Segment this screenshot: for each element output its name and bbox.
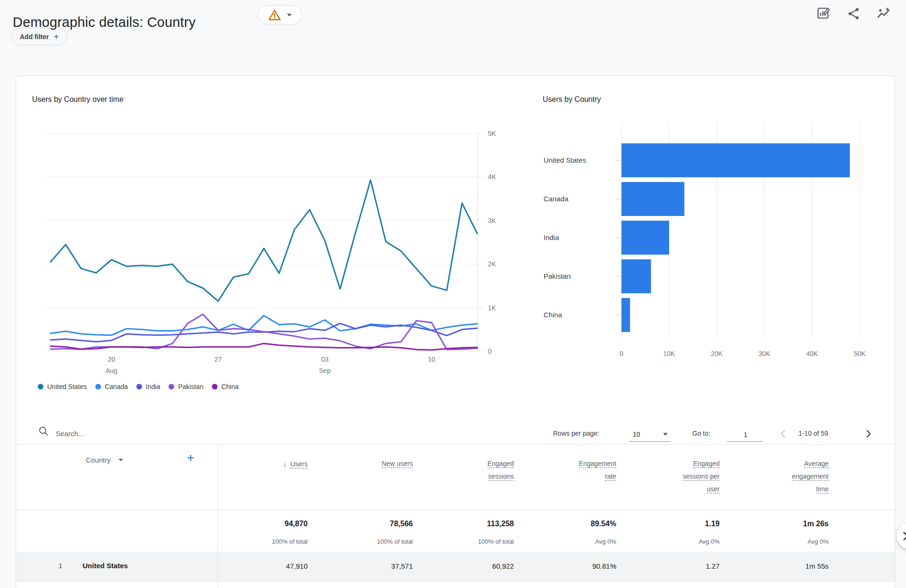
x-axis-tick: 20 bbox=[108, 356, 115, 363]
row-cell-value: 90.81% bbox=[517, 562, 616, 570]
column-header-engagement-rate[interactable]: Engagementrate bbox=[517, 457, 616, 483]
column-header-text: rate bbox=[605, 472, 616, 481]
x-axis-tick: 03 bbox=[321, 356, 329, 363]
legend-label: United States bbox=[47, 383, 87, 390]
pagination-range: 1-10 of 59 bbox=[798, 430, 828, 437]
bar-china[interactable] bbox=[621, 298, 630, 332]
y-axis-tick: 2K bbox=[488, 260, 496, 268]
totals-value: 78,566 bbox=[314, 520, 413, 528]
column-header-users[interactable]: ↓Users bbox=[209, 457, 308, 471]
legend-dot bbox=[212, 384, 218, 389]
rows-per-page-value: 10 bbox=[633, 431, 640, 438]
column-header-average-engagement-time[interactable]: Averageengagementtime bbox=[730, 457, 829, 496]
users-by-country-bar-chart[interactable]: 010K20K30K40K50KUnited StatesCanadaIndia… bbox=[538, 118, 887, 382]
goto-page-field bbox=[727, 427, 763, 442]
bar-canada[interactable] bbox=[621, 182, 684, 216]
column-header-text: sessions bbox=[488, 472, 514, 481]
y-axis-tick: 4K bbox=[488, 173, 496, 181]
legend-item-china: China bbox=[212, 383, 239, 390]
legend-item-pakistan: Pakistan bbox=[168, 383, 203, 390]
y-axis-tick: 3K bbox=[488, 217, 496, 224]
column-header-text: time bbox=[816, 485, 829, 494]
row-cell-value: 1.27 bbox=[621, 562, 720, 570]
totals-subtext: Avg 0% bbox=[517, 538, 616, 545]
column-header-text: sessions per bbox=[682, 472, 720, 481]
legend-item-india: India bbox=[136, 383, 160, 390]
search-input[interactable] bbox=[55, 424, 226, 442]
column-header-engaged-sessions[interactable]: Engagedsessions bbox=[415, 457, 514, 483]
line-series-pakistan bbox=[50, 315, 477, 350]
y-axis-tick: 1K bbox=[488, 304, 496, 312]
scroll-right-button[interactable] bbox=[897, 523, 906, 549]
x-axis-tick: 27 bbox=[215, 356, 222, 363]
row-cell-value: 37,571 bbox=[314, 562, 413, 570]
goto-page-input[interactable] bbox=[727, 427, 764, 442]
bar-category-label: India bbox=[544, 233, 559, 241]
column-header-text: Engagement bbox=[579, 460, 616, 468]
line-series-united-states bbox=[50, 180, 477, 301]
column-header-new-users[interactable]: New users bbox=[314, 457, 413, 470]
bar-category-label: China bbox=[544, 311, 562, 319]
add-filter-button[interactable]: Add filter + bbox=[12, 28, 67, 45]
legend-dot bbox=[95, 384, 101, 389]
y-axis-tick: 0 bbox=[488, 348, 492, 355]
bar-x-axis-tick: 40K bbox=[806, 350, 819, 357]
users-over-time-line-chart[interactable]: 5K4K3K2K1K020Aug2703Sep10 bbox=[28, 118, 500, 382]
bar-x-axis-tick: 10K bbox=[663, 350, 676, 357]
column-header-text: Engaged bbox=[487, 460, 514, 468]
rows-per-page-select[interactable]: 10 bbox=[629, 427, 671, 442]
plus-icon: + bbox=[53, 32, 59, 41]
bar-x-axis-tick: 0 bbox=[620, 350, 623, 357]
row-dimension-value: United States bbox=[83, 562, 128, 570]
dimension-header-country[interactable]: Country bbox=[86, 456, 123, 464]
add-filter-label: Add filter bbox=[20, 33, 49, 41]
goto-page-label: Go to: bbox=[692, 430, 710, 437]
totals-value: 1.19 bbox=[621, 520, 720, 528]
legend-label: China bbox=[221, 383, 239, 390]
previous-page-icon[interactable] bbox=[778, 428, 789, 439]
bar-india[interactable] bbox=[621, 221, 669, 255]
column-header-text: Users bbox=[290, 460, 308, 469]
next-page-icon[interactable] bbox=[863, 428, 874, 439]
row-cell-value: 60,922 bbox=[415, 562, 514, 570]
row-cell-value: 47,910 bbox=[209, 562, 308, 570]
x-axis-tick: 10 bbox=[428, 356, 436, 363]
bar-x-axis-tick: 20K bbox=[711, 350, 723, 357]
x-axis-tick-month: Sep bbox=[319, 367, 331, 374]
column-header-text: user bbox=[707, 485, 720, 494]
totals-value: 89.54% bbox=[517, 520, 616, 528]
row-cell-value: 1m 55s bbox=[730, 562, 829, 570]
sort-descending-icon: ↓ bbox=[283, 460, 287, 468]
bar-category-label: Canada bbox=[544, 195, 569, 203]
report-toolbar bbox=[815, 6, 892, 22]
bar-x-axis-tick: 50K bbox=[854, 350, 866, 357]
add-column-button[interactable]: + bbox=[187, 452, 194, 464]
bar-united-states[interactable] bbox=[621, 143, 850, 177]
warning-triangle-icon bbox=[268, 9, 281, 21]
chevron-down-icon bbox=[118, 459, 123, 461]
bar-chart-title: Users by Country bbox=[543, 95, 601, 104]
legend-label: Canada bbox=[105, 383, 128, 390]
chevron-down-icon bbox=[287, 14, 292, 17]
share-icon[interactable] bbox=[846, 6, 862, 22]
line-series-china bbox=[50, 343, 477, 350]
chevron-down-icon bbox=[663, 433, 668, 436]
totals-value: 113,258 bbox=[415, 520, 514, 528]
chevron-right-icon bbox=[899, 530, 906, 542]
customize-report-icon[interactable] bbox=[815, 6, 831, 22]
column-header-engaged-sessions-per-user[interactable]: Engagedsessions peruser bbox=[621, 457, 720, 496]
legend-dot bbox=[38, 384, 43, 389]
data-quality-button[interactable] bbox=[258, 5, 302, 25]
bar-category-label: Pakistan bbox=[544, 272, 571, 280]
search-icon bbox=[38, 425, 49, 437]
totals-subtext: 100% of total bbox=[415, 538, 514, 545]
bar-pakistan[interactable] bbox=[621, 259, 651, 293]
totals-subtext: 100% of total bbox=[314, 538, 413, 545]
line-chart-title: Users by Country over time bbox=[32, 95, 124, 104]
legend-label: India bbox=[146, 383, 160, 390]
insights-icon[interactable] bbox=[876, 6, 892, 22]
row-rank: 1 bbox=[29, 562, 62, 570]
column-header-text: engagement bbox=[792, 472, 829, 481]
bar-category-label: United States bbox=[544, 156, 586, 164]
column-header-text: Engaged bbox=[693, 460, 720, 468]
